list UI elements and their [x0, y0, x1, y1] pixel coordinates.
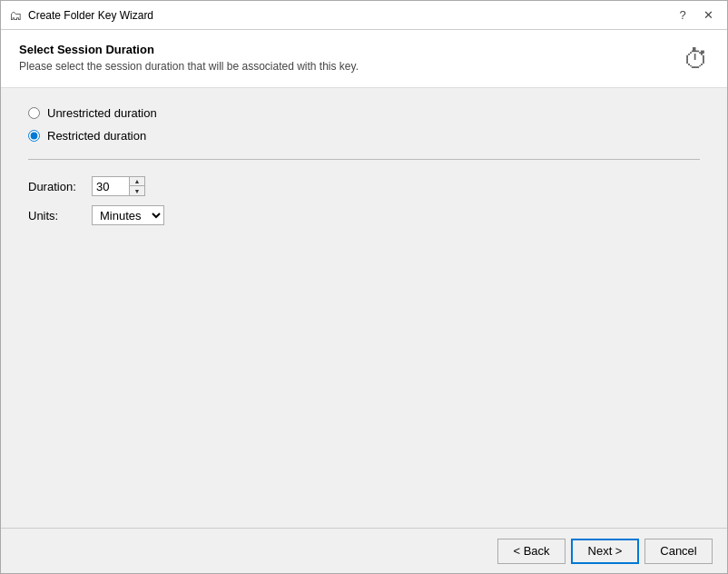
- divider: [28, 159, 700, 160]
- restricted-label: Restricted duration: [47, 129, 146, 143]
- units-label: Units:: [28, 209, 92, 223]
- title-bar-controls: ? ✕: [671, 6, 720, 25]
- content-area: Unrestricted duration Restricted duratio…: [1, 88, 727, 528]
- header-text: Select Session Duration Please select th…: [19, 43, 359, 73]
- spinner-down-button[interactable]: ▼: [130, 186, 144, 195]
- unrestricted-radio-label[interactable]: Unrestricted duration: [28, 106, 700, 120]
- cancel-button[interactable]: Cancel: [644, 539, 713, 564]
- help-button[interactable]: ?: [671, 6, 694, 25]
- footer-section: < Back Next > Cancel: [1, 528, 727, 573]
- close-button[interactable]: ✕: [696, 6, 720, 25]
- window-icon: 🗂: [8, 8, 23, 23]
- restricted-radio-label[interactable]: Restricted duration: [28, 129, 700, 143]
- units-select[interactable]: Minutes Hours Days: [92, 205, 164, 225]
- next-button[interactable]: Next >: [571, 539, 639, 564]
- header-section: Select Session Duration Please select th…: [1, 30, 727, 88]
- unrestricted-label: Unrestricted duration: [47, 106, 157, 120]
- restricted-radio[interactable]: [28, 130, 40, 142]
- radio-group: Unrestricted duration Restricted duratio…: [28, 106, 700, 143]
- header-title: Select Session Duration: [19, 43, 359, 56]
- units-row: Units: Minutes Hours Days: [28, 205, 700, 225]
- window-title: Create Folder Key Wizard: [28, 9, 671, 22]
- stopwatch-icon: ⏱: [684, 45, 709, 74]
- wizard-window: 🗂 Create Folder Key Wizard ? ✕ Select Se…: [0, 0, 728, 574]
- header-subtitle: Please select the session duration that …: [19, 60, 359, 73]
- title-bar: 🗂 Create Folder Key Wizard ? ✕: [1, 1, 727, 30]
- spinner-up-button[interactable]: ▲: [130, 177, 144, 186]
- duration-input[interactable]: [93, 177, 129, 195]
- duration-label: Duration:: [28, 180, 92, 193]
- duration-spinner[interactable]: ▲ ▼: [92, 176, 145, 196]
- unrestricted-radio[interactable]: [28, 107, 40, 119]
- back-button[interactable]: < Back: [497, 539, 566, 564]
- spinner-buttons: ▲ ▼: [129, 177, 144, 195]
- duration-row: Duration: ▲ ▼: [28, 176, 700, 196]
